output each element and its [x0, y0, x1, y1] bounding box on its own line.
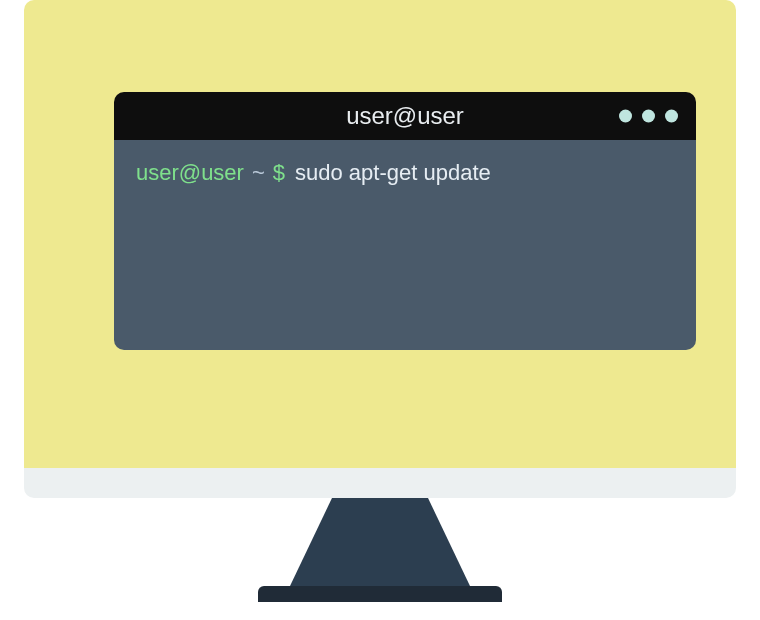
- window-close-icon[interactable]: [665, 110, 678, 123]
- prompt-path: ~: [252, 158, 265, 189]
- monitor-stand-base: [258, 586, 502, 602]
- terminal-window: user@user user@user ~ $ sudo apt-get upd…: [114, 92, 696, 350]
- terminal-prompt-line: user@user ~ $ sudo apt-get update: [136, 158, 674, 189]
- terminal-body[interactable]: user@user ~ $ sudo apt-get update: [114, 140, 696, 350]
- prompt-symbol: $: [273, 158, 285, 189]
- monitor-bezel: [24, 468, 736, 498]
- prompt-user: user@user: [136, 158, 244, 189]
- monitor-stand-neck: [332, 498, 428, 586]
- monitor-screen: user@user user@user ~ $ sudo apt-get upd…: [24, 0, 736, 468]
- window-minimize-icon[interactable]: [619, 110, 632, 123]
- window-controls: [619, 110, 678, 123]
- terminal-title: user@user: [346, 102, 464, 130]
- terminal-command-input[interactable]: sudo apt-get update: [295, 158, 491, 189]
- window-maximize-icon[interactable]: [642, 110, 655, 123]
- terminal-titlebar: user@user: [114, 92, 696, 140]
